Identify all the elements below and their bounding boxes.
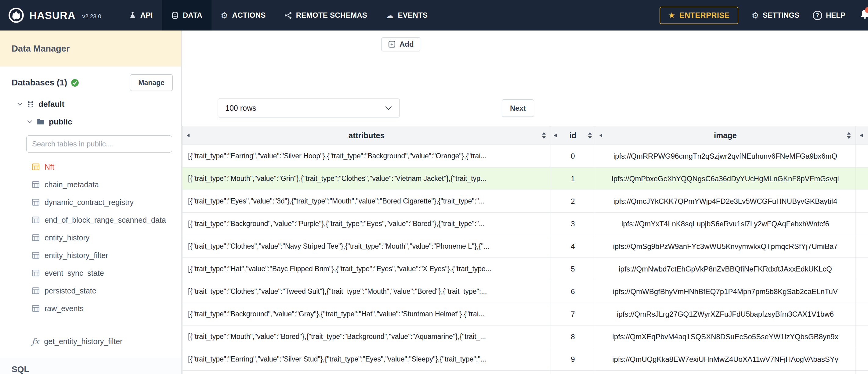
cell-partial bbox=[856, 145, 868, 167]
nav-item-events[interactable]: ☁ EVENTS bbox=[376, 0, 437, 31]
table-header-row: attributes id bbox=[182, 126, 868, 145]
table-icon bbox=[32, 269, 40, 277]
column-header-attributes[interactable]: attributes bbox=[182, 126, 551, 145]
sidebar-function-get-entity-history-filter[interactable]: ƒx get_entity_history_filter bbox=[32, 333, 181, 350]
cell-attributes: [{"trait_type":"Clothes","value":"Tweed … bbox=[182, 280, 551, 303]
cell-partial bbox=[856, 371, 868, 374]
settings-button[interactable]: ⚙ SETTINGS bbox=[752, 11, 799, 20]
sidebar-table-nft[interactable]: Nft bbox=[32, 158, 181, 176]
schema-name: public bbox=[49, 117, 72, 127]
top-navbar: HASURA v2.23.0 API DATA ⚙ ACTIONS bbox=[0, 0, 868, 31]
column-label: id bbox=[569, 131, 576, 140]
manage-button[interactable]: Manage bbox=[130, 74, 173, 91]
sidebar-table-end-of-block-range-scanned-data[interactable]: end_of_block_range_scanned_data bbox=[32, 211, 181, 229]
data-sidebar: Data Manager Databases (1) Manage defaul… bbox=[0, 31, 182, 374]
table-name: entity_history_filter bbox=[44, 251, 108, 260]
collapse-column-icon[interactable] bbox=[599, 133, 603, 138]
table-icon bbox=[32, 305, 40, 312]
help-button[interactable]: ? HELP bbox=[813, 11, 845, 20]
notifications-button[interactable] bbox=[859, 8, 868, 23]
rows-per-page-select[interactable]: 100 rows bbox=[218, 98, 400, 118]
collapse-column-icon[interactable] bbox=[186, 133, 190, 138]
plus-square-icon bbox=[388, 40, 396, 48]
cell-image: ipfs://QmNwbd7ctEhGpVkP8nZvBBQfiNeFKRdxf… bbox=[595, 258, 856, 280]
cell-id: 3 bbox=[551, 213, 595, 235]
sidebar-table-chain-metadata[interactable]: chain_metadata bbox=[32, 176, 181, 193]
column-label: attributes bbox=[348, 131, 384, 140]
nav-item-actions[interactable]: ⚙ ACTIONS bbox=[212, 0, 275, 31]
cell-attributes: [{"trait_type":"Hat","value":"Bayc Flipp… bbox=[182, 258, 551, 280]
search-tables-input[interactable] bbox=[26, 135, 172, 153]
question-circle-icon: ? bbox=[813, 11, 822, 20]
column-header-id[interactable]: id bbox=[551, 126, 595, 145]
sidebar-table-dynamic-contract-registry[interactable]: dynamic_contract_registry bbox=[32, 193, 181, 211]
table-name: end_of_block_range_scanned_data bbox=[44, 216, 166, 224]
table-row-partial bbox=[182, 371, 868, 374]
nav-item-data[interactable]: DATA bbox=[162, 0, 212, 31]
sort-icon[interactable] bbox=[588, 131, 592, 139]
cell-attributes: [{"trait_type":"Background","value":"Pur… bbox=[182, 213, 551, 235]
column-header-image[interactable]: image bbox=[595, 126, 856, 145]
chevron-down-icon[interactable] bbox=[27, 120, 32, 124]
cell-image: ipfs://QmRsJLrg27GQ1ZWyrXZFuJFdU5bapfzsy… bbox=[595, 303, 856, 325]
enterprise-label: ENTERPRISE bbox=[679, 11, 730, 20]
primary-nav: API DATA ⚙ ACTIONS REMOTE SCHEMAS ☁ EV bbox=[120, 0, 437, 31]
nav-item-api[interactable]: API bbox=[120, 0, 162, 31]
cell-partial bbox=[856, 235, 868, 257]
hasura-logo[interactable]: HASURA v2.23.0 bbox=[8, 7, 101, 24]
browse-rows-main: Add 100 rows Next attributes bbox=[182, 31, 868, 374]
table-icon bbox=[32, 198, 40, 206]
cell-partial bbox=[856, 325, 868, 348]
sql-section-link[interactable]: SQL bbox=[11, 365, 33, 374]
tree-node-schema[interactable]: public bbox=[27, 115, 181, 128]
sidebar-table-event-sync-state[interactable]: event_sync_state bbox=[32, 264, 181, 282]
databases-label: Databases (1) bbox=[11, 78, 67, 88]
sidebar-table-entity-history[interactable]: entity_history bbox=[32, 229, 181, 247]
sidebar-table-entity-history-filter[interactable]: entity_history_filter bbox=[32, 247, 181, 264]
table-row: [{"trait_type":"Earring","value":"Silver… bbox=[182, 145, 868, 167]
table-name: raw_events bbox=[44, 304, 84, 313]
table-name: dynamic_contract_registry bbox=[44, 198, 134, 207]
cloud-icon: ☁ bbox=[385, 11, 394, 20]
cell-attributes: [{"trait_type":"Mouth","value":"Grin"},{… bbox=[182, 167, 551, 190]
cell-partial bbox=[856, 190, 868, 212]
enterprise-button[interactable]: ★ ENTERPRISE bbox=[659, 7, 738, 24]
next-page-button[interactable]: Next bbox=[502, 99, 534, 117]
flask-icon bbox=[129, 11, 136, 20]
cell-partial bbox=[856, 167, 868, 190]
table-row: [{"trait_type":"Background","value":"Gra… bbox=[182, 303, 868, 325]
collapse-column-icon[interactable] bbox=[860, 133, 863, 138]
sort-icon[interactable] bbox=[541, 131, 546, 139]
cell-image: ipfs://QmYxT4LnK8sqLupjbS6eRvu1si7Ly2wFQ… bbox=[595, 213, 856, 235]
navbar-right: ★ ENTERPRISE ⚙ SETTINGS ? HELP bbox=[659, 7, 868, 24]
sidebar-table-persisted-state[interactable]: persisted_state bbox=[32, 282, 181, 300]
chevron-down-icon[interactable] bbox=[17, 102, 23, 106]
collapse-column-icon[interactable] bbox=[553, 133, 557, 138]
table-icon bbox=[32, 181, 40, 188]
nav-item-remote-schemas[interactable]: REMOTE SCHEMAS bbox=[275, 0, 377, 31]
sort-icon[interactable] bbox=[846, 131, 851, 139]
nav-label-data: DATA bbox=[183, 11, 203, 20]
cell-partial bbox=[856, 213, 868, 235]
cell-image: ipfs://QmPbxeGcXhYQQNgsC6a36dDyYUcHgMLnG… bbox=[595, 167, 856, 190]
cell-id bbox=[551, 371, 595, 374]
database-icon bbox=[171, 11, 179, 20]
cell-image: ipfs://QmUQgKka8EW7exiUHnMwZ4UoXA11wV7NF… bbox=[595, 348, 856, 370]
cell-id: 7 bbox=[551, 303, 595, 325]
column-header-partial[interactable] bbox=[856, 126, 868, 145]
hasura-console: HASURA v2.23.0 API DATA ⚙ ACTIONS bbox=[0, 0, 868, 374]
add-label: Add bbox=[400, 40, 414, 49]
add-row-button[interactable]: Add bbox=[381, 37, 420, 51]
cell-image: ipfs://QmcJYkCKK7QPmYWjp4FD2e3Lv5WCGFuHN… bbox=[595, 190, 856, 212]
connected-check-icon bbox=[71, 79, 79, 87]
table-name: Nft bbox=[44, 163, 54, 172]
star-icon: ★ bbox=[668, 11, 675, 19]
help-label: HELP bbox=[826, 11, 845, 20]
sidebar-table-raw-events[interactable]: raw_events bbox=[32, 300, 181, 317]
cell-image: ipfs://QmRRPWG96cmgTn2qSzjwr2qvfNEuhunv6… bbox=[595, 145, 856, 167]
settings-label: SETTINGS bbox=[763, 11, 799, 20]
cell-attributes: [{"trait_type":"Eyes","value":"3d"},{"tr… bbox=[182, 190, 551, 212]
table-name: event_sync_state bbox=[44, 269, 104, 278]
tree-node-database[interactable]: default bbox=[17, 98, 181, 111]
cell-image bbox=[595, 371, 856, 374]
